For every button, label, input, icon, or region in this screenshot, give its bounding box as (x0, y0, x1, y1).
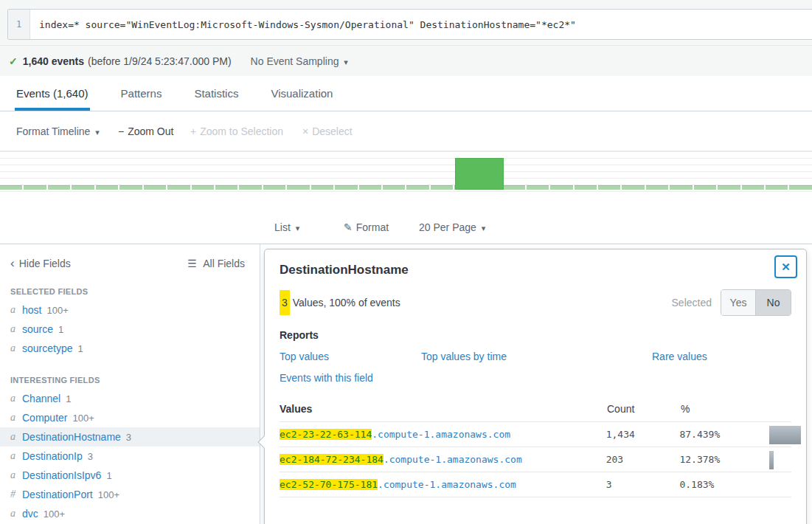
timeline-baseline-segment[interactable] (502, 185, 524, 190)
field-link[interactable]: source (22, 323, 53, 335)
search-bar[interactable]: 1 index=* source="WinEventLog:Microsoft-… (7, 9, 812, 40)
zoom-out-label: Zoom Out (128, 125, 173, 137)
hide-fields-button[interactable]: ‹ Hide Fields (10, 257, 71, 269)
events-timeline-chart[interactable] (0, 151, 812, 192)
field-count: 1 (77, 343, 83, 354)
timeline-baseline-segment[interactable] (24, 185, 46, 190)
timeline-baseline-segment[interactable] (622, 185, 644, 190)
timeline-baseline-segment[interactable] (406, 185, 428, 190)
popup-close-button[interactable]: ✕ (774, 255, 797, 278)
timeline-baseline-segment[interactable] (215, 185, 237, 190)
field-row[interactable]: a dvc 100+ (0, 504, 260, 523)
tab-label: Patterns (121, 87, 162, 100)
field-link[interactable]: DestinationHostname (22, 431, 121, 443)
timeline-baseline-segment[interactable] (287, 185, 309, 190)
timeline-baseline-segment[interactable] (0, 185, 22, 190)
field-row[interactable]: a DestinationIp 3 (0, 447, 260, 466)
timeline-baseline-segment[interactable] (670, 185, 692, 190)
timeline-baseline-segment[interactable] (718, 185, 740, 190)
deselect-button: ×Deselect (302, 125, 353, 137)
field-link[interactable]: DestinationIp (22, 450, 83, 462)
field-row[interactable]: a DestinationHostname 3 (0, 427, 260, 447)
timeline-baseline-segment[interactable] (527, 185, 549, 190)
list-view-dropdown[interactable]: List ▾ (274, 221, 299, 233)
per-page-label: 20 Per Page (419, 221, 476, 233)
field-row[interactable]: a sourcetype 1 (0, 339, 260, 358)
field-link[interactable]: DestinationPort (22, 489, 93, 500)
event-count: 1,640 events (23, 55, 84, 67)
field-link[interactable]: host (22, 304, 41, 316)
caret-down-icon: ▾ (482, 224, 486, 232)
field-count: 100+ (46, 305, 68, 316)
top-values-link[interactable]: Top values (280, 351, 421, 362)
field-row[interactable]: a DestinationIsIpv6 1 (0, 466, 260, 485)
timeline-baseline-segment[interactable] (96, 185, 118, 190)
top-values-by-time-link[interactable]: Top values by time (421, 351, 652, 362)
field-count: 100+ (98, 489, 119, 500)
timeline-baseline-segment[interactable] (335, 185, 357, 190)
timeline-baseline-segment[interactable] (431, 185, 453, 190)
field-detail-popup: DestinationHostname ✕ 3 Values, 100% of … (264, 249, 807, 524)
tab[interactable]: Statistics (194, 76, 238, 111)
field-link[interactable]: sourcetype (22, 342, 72, 354)
format-timeline-dropdown[interactable]: Format Timeline ▾ (16, 125, 100, 137)
timeline-baseline-segment[interactable] (550, 185, 572, 190)
timeline-baseline-segment[interactable] (598, 185, 620, 190)
field-type-icon: a (10, 469, 21, 481)
timeline-baseline-segment[interactable] (383, 185, 405, 190)
field-link[interactable]: Computer (22, 412, 67, 424)
timeline-baseline-segment[interactable] (359, 185, 381, 190)
field-link[interactable]: dvc (22, 508, 38, 520)
timeline-baseline-segment[interactable] (48, 185, 70, 190)
value-bar-cell (769, 422, 791, 447)
timeline-baseline-segment[interactable] (789, 185, 811, 190)
field-row[interactable]: a source 1 (0, 320, 260, 339)
selected-toggle-group: Yes No (721, 289, 791, 316)
timeline-baseline-segment[interactable] (144, 185, 166, 190)
field-row[interactable]: a host 100+ (0, 300, 260, 320)
all-fields-button[interactable]: ☰ All Fields (187, 258, 245, 269)
field-row[interactable]: # DestinationPort 100+ (0, 485, 260, 504)
view-toolbar: List ▾ ✎Format 20 Per Page ▾ (0, 210, 812, 244)
rare-values-link[interactable]: Rare values (652, 351, 707, 362)
timeline-baseline-segment[interactable] (311, 185, 333, 190)
timeline-baseline-segment[interactable] (263, 185, 285, 190)
event-sampling-dropdown[interactable]: No Event Sampling ▾ (251, 55, 348, 67)
value-rest-part: .compute-1.amazonaws.com (384, 454, 522, 465)
timeline-baseline-segment[interactable] (192, 185, 214, 190)
per-page-dropdown[interactable]: 20 Per Page ▾ (419, 221, 485, 233)
timeline-baseline-segment[interactable] (646, 185, 668, 190)
tab[interactable]: Visualization (271, 76, 333, 111)
tab[interactable]: Events (1,640) (16, 76, 89, 111)
field-link[interactable]: DestinationIsIpv6 (22, 469, 101, 481)
search-strip: 1 index=* source="WinEventLog:Microsoft-… (0, 0, 812, 46)
value-link[interactable]: ec2-52-70-175-181.compute-1.amazonaws.co… (280, 479, 606, 490)
caret-down-icon: ▾ (344, 58, 348, 66)
timeline-baseline-segment[interactable] (575, 185, 597, 190)
popup-title: DestinationHostname (280, 260, 791, 277)
tab[interactable]: Patterns (121, 76, 162, 111)
timeline-baseline-segment[interactable] (167, 185, 190, 190)
value-link[interactable]: ec2-23-22-63-114.compute-1.amazonaws.com (280, 429, 606, 440)
timeline-baseline-segment[interactable] (766, 185, 788, 190)
timeline-baseline-segment[interactable] (694, 185, 716, 190)
timeline-baseline-segment[interactable] (239, 185, 261, 190)
field-row[interactable]: a Channel 1 (0, 389, 260, 408)
timeline-baseline-segment[interactable] (742, 185, 764, 190)
timeline-spike-bar[interactable] (455, 158, 504, 190)
selected-fields-header: SELECTED FIELDS (10, 287, 260, 296)
value-percent: 12.378% (679, 454, 769, 465)
caret-down-icon: ▾ (95, 128, 100, 137)
timeline-baseline-segment[interactable] (119, 185, 142, 190)
search-query-input[interactable]: index=* source="WinEventLog:Microsoft-Wi… (30, 10, 585, 39)
events-with-field-link[interactable]: Events with this field (280, 372, 373, 384)
selected-no-button[interactable]: No (756, 290, 791, 315)
field-row[interactable]: a Computer 100+ (0, 408, 260, 427)
field-link[interactable]: Channel (22, 393, 60, 404)
timeline-baseline-segment[interactable] (72, 185, 94, 190)
selected-yes-button[interactable]: Yes (721, 290, 756, 315)
zoom-out-button[interactable]: −Zoom Out (118, 125, 173, 137)
format-timeline-label: Format Timeline (16, 125, 90, 137)
format-button[interactable]: ✎Format (344, 221, 389, 233)
value-link[interactable]: ec2-184-72-234-184.compute-1.amazonaws.c… (280, 454, 606, 465)
